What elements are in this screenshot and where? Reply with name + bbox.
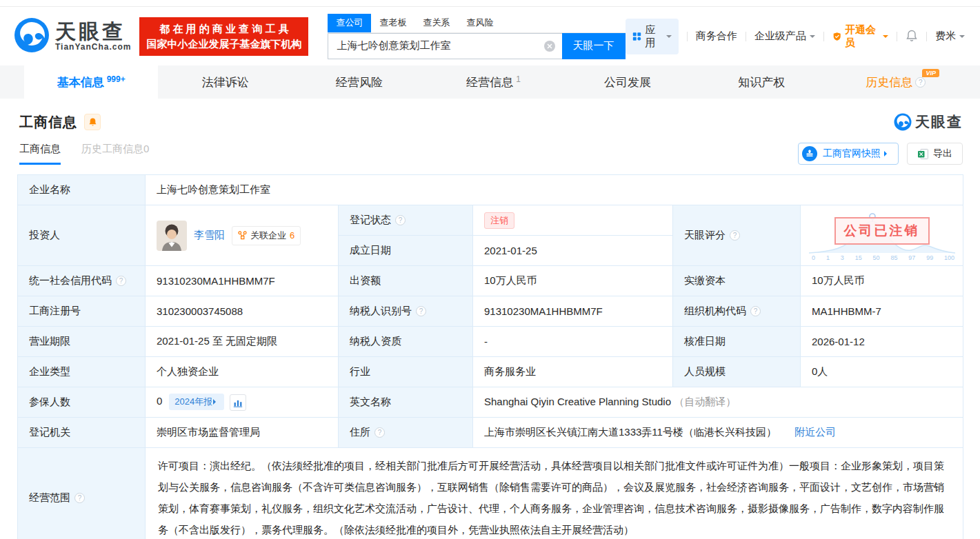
- export-button[interactable]: 导出: [907, 143, 963, 165]
- help-icon[interactable]: ?: [74, 493, 85, 503]
- staff-size-label: 人员规模: [673, 357, 801, 387]
- table-row: 企业名称 上海七吟创意策划工作室: [18, 175, 963, 205]
- search-tab-boss[interactable]: 查老板: [371, 14, 414, 32]
- subtab-history-business-info[interactable]: 历史工商信息0: [81, 143, 149, 165]
- company-tab-bar: 基本信息 999+ 法律诉讼 经营风险 经营信息 1 公司发展 知识产权 VIP…: [0, 65, 980, 99]
- business-term-value: 2021-01-25 至 无固定期限: [146, 327, 339, 357]
- subtab-row: 工商信息 历史工商信息0 工商官网快照 导出: [19, 143, 963, 165]
- official-snapshot-label: 工商官网快照: [823, 148, 881, 160]
- help-icon[interactable]: ?: [374, 427, 385, 438]
- tab-operation-info[interactable]: 经营信息 1: [426, 65, 560, 99]
- nav-user-label: 费米: [935, 30, 956, 43]
- promo-line2: 国家中小企业发展子基金旗下机构: [146, 37, 301, 52]
- table-row: 统一社会信用代码? 91310230MA1HHBMM7F 出资额 10万人民币 …: [18, 266, 963, 296]
- insured-count: 0: [157, 395, 162, 407]
- taxpayer-quality-value: -: [473, 327, 673, 357]
- page-top-divider: [0, 0, 980, 7]
- tab-intellectual-property[interactable]: 知识产权: [694, 65, 828, 99]
- tianyancha-logo[interactable]: 天眼查 TianYanCha.com: [14, 17, 131, 56]
- status-badge: 注销: [484, 212, 514, 229]
- capital-value: 10万人民币: [473, 266, 673, 296]
- official-snapshot-button[interactable]: 工商官网快照: [798, 143, 899, 165]
- related-companies-badge[interactable]: 关联企业 6: [232, 226, 301, 245]
- help-icon[interactable]: ?: [395, 215, 406, 225]
- chevron-down-icon: [666, 35, 672, 41]
- table-row: 参保人数 02024年报 英文名称 Shanghai Qiyin Creativ…: [18, 387, 963, 418]
- credit-code-label: 统一社会信用代码?: [18, 266, 146, 296]
- top-nav: 应用 商务合作 企业级产品 开通会员 费米: [626, 19, 965, 54]
- english-name-label: 英文名称: [339, 387, 473, 418]
- search-tabs: 查公司 查老板 查关系 查风险: [328, 14, 625, 33]
- tab-basic-info[interactable]: 基本信息 999+: [24, 65, 158, 99]
- tab-legal[interactable]: 法律诉讼: [158, 65, 292, 99]
- registry-value: 崇明区市场监督管理局: [146, 418, 339, 448]
- taxpayer-quality-label: 纳税人资质: [339, 327, 473, 357]
- clear-search-icon[interactable]: [544, 41, 555, 52]
- paid-capital-label: 实缴资本: [673, 266, 801, 296]
- nav-open-vip-label: 开通会员: [845, 23, 879, 50]
- divider: [687, 32, 688, 41]
- table-row: 投资人 李雪阳 关联企业 6: [18, 205, 963, 236]
- company-type-value: 个人独资企业: [146, 357, 339, 387]
- help-icon[interactable]: ?: [915, 77, 926, 88]
- company-type-label: 企业类型: [18, 357, 146, 387]
- nav-open-vip[interactable]: 开通会员: [832, 23, 889, 50]
- search-tab-risk[interactable]: 查风险: [458, 14, 501, 32]
- staff-size-value: 0人: [801, 357, 963, 387]
- business-term-label: 营业期限: [18, 327, 146, 357]
- investor-label: 投资人: [18, 205, 146, 266]
- english-name-value: Shanghai Qiyin Creative Planning Studio …: [473, 387, 963, 418]
- search-button[interactable]: 天眼一下: [562, 33, 626, 59]
- help-icon[interactable]: ?: [750, 306, 761, 316]
- subtab-business-info[interactable]: 工商信息: [19, 143, 61, 165]
- search-tab-relation[interactable]: 查关系: [414, 14, 458, 32]
- taxpayer-id-label: 纳税人识别号?: [339, 296, 473, 327]
- watermark-title: 天眼查: [915, 112, 963, 132]
- chevron-down-icon: [959, 35, 965, 41]
- reg-status-label: 登记状态?: [339, 205, 473, 236]
- chevron-down-icon: [810, 35, 815, 41]
- help-icon[interactable]: ?: [416, 306, 426, 316]
- annual-report-badge[interactable]: 2024年报: [169, 394, 224, 410]
- help-icon[interactable]: ?: [116, 276, 126, 286]
- business-info-table: 企业名称 上海七吟创意策划工作室 投资人 李雪阳 关联企: [17, 174, 963, 539]
- table-row: 企业类型 个人独资企业 行业 商务服务业 人员规模 0人: [18, 357, 963, 387]
- search-input-box: [328, 33, 561, 59]
- stamp-icon: [801, 145, 818, 162]
- table-row: 经营范围? 许可项目：演出经纪。（依法须经批准的项目，经相关部门批准后方可开展经…: [18, 448, 963, 539]
- tianyancha-swirl-icon: [894, 113, 912, 131]
- notification-bell-icon[interactable]: [906, 29, 918, 44]
- nav-enterprise-label: 企业级产品: [754, 30, 806, 43]
- capital-label: 出资额: [339, 266, 473, 296]
- business-info-section-head: 工商信息 天眼查: [19, 112, 963, 132]
- nav-enterprise[interactable]: 企业级产品: [754, 30, 815, 43]
- related-companies-count: 6: [290, 230, 294, 241]
- help-icon[interactable]: ?: [730, 230, 740, 241]
- nav-apps[interactable]: 应用: [626, 19, 679, 54]
- nav-user[interactable]: 费米: [935, 30, 965, 43]
- tianyancha-watermark: 天眼查: [894, 112, 963, 132]
- auto-translate-note: （自动翻译）: [674, 396, 736, 407]
- tab-history-info[interactable]: VIP 历史信息 ?: [829, 65, 963, 99]
- logo-domain: TianYanCha.com: [55, 42, 131, 52]
- paid-capital-value: 10万人民币: [801, 266, 963, 296]
- search-tab-company[interactable]: 查公司: [328, 14, 371, 32]
- investor-name-link[interactable]: 李雪阳: [194, 229, 225, 242]
- chevron-down-icon: [883, 35, 888, 41]
- trend-chart-button[interactable]: [230, 394, 246, 411]
- nav-cooperation[interactable]: 商务合作: [696, 30, 737, 43]
- tab-basic-info-label: 基本信息: [57, 74, 104, 90]
- org-code-value: MA1HHBMM-7: [801, 296, 963, 327]
- section-title: 工商信息: [19, 113, 77, 132]
- vip-badge: VIP: [922, 69, 939, 77]
- search-input[interactable]: [328, 34, 561, 59]
- tab-operation-risk[interactable]: 经营风险: [292, 65, 426, 99]
- approval-date-label: 核准日期: [673, 327, 801, 357]
- table-row: 营业期限 2021-01-25 至 无固定期限 纳税人资质 - 核准日期 202…: [18, 327, 963, 357]
- nearby-companies-link[interactable]: 附近公司: [794, 426, 836, 438]
- tab-company-development[interactable]: 公司发展: [561, 65, 694, 99]
- tianyancha-swirl-icon: [14, 17, 50, 56]
- monitor-bell-icon[interactable]: [84, 114, 101, 130]
- establish-date-value: 2021-01-25: [473, 236, 673, 266]
- investor-avatar[interactable]: [157, 221, 187, 251]
